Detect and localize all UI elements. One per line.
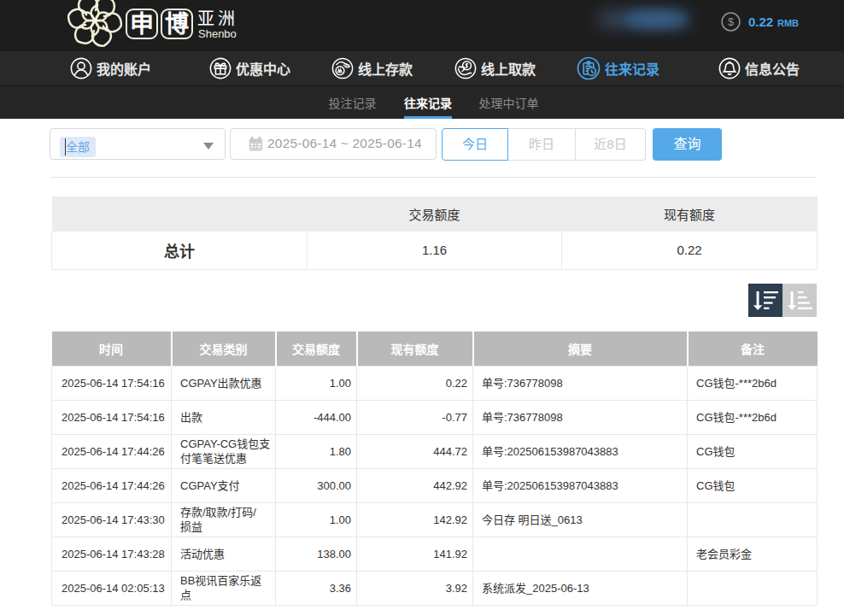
svg-text:$: $: [728, 15, 735, 28]
